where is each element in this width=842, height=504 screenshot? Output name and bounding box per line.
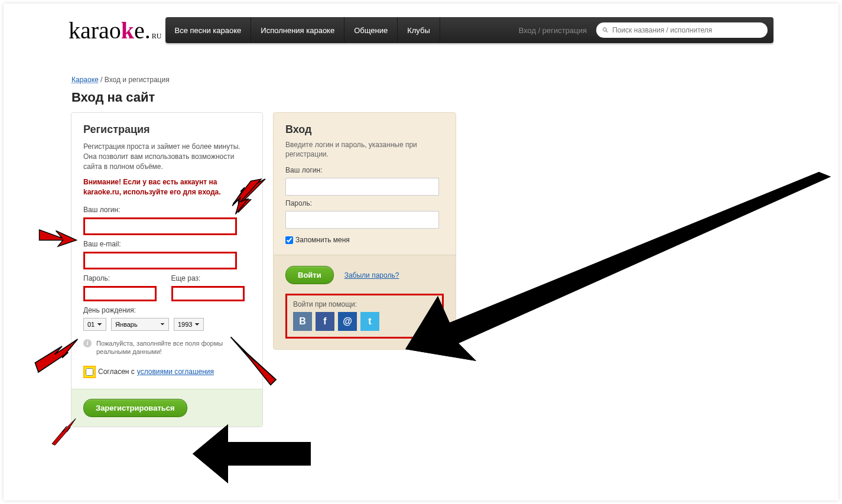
reg-email-label: Ваш e-mail: bbox=[83, 240, 251, 248]
remember-checkbox[interactable] bbox=[285, 236, 293, 244]
login-login-label: Ваш логин: bbox=[285, 166, 444, 174]
agree-checkbox[interactable] bbox=[86, 368, 93, 376]
vk-icon[interactable]: B bbox=[293, 312, 312, 331]
twitter-icon[interactable]: t bbox=[360, 312, 379, 331]
search-icon bbox=[602, 27, 609, 34]
reg-birthday-label: День рождения: bbox=[83, 306, 251, 314]
remember-label: Запомнить меня bbox=[295, 236, 350, 244]
social-login-box: Войти при помощи: B f @ t bbox=[285, 294, 444, 339]
info-icon: i bbox=[83, 339, 92, 347]
logo-text2: e bbox=[134, 17, 145, 44]
registration-title: Регистрация bbox=[83, 123, 251, 136]
login-password-label: Пароль: bbox=[285, 199, 444, 207]
reg-password-input[interactable] bbox=[83, 286, 157, 301]
breadcrumb-root[interactable]: Караоке bbox=[71, 76, 99, 84]
nav-all-songs[interactable]: Все песни караоке bbox=[165, 17, 252, 43]
form-hint: Пожалуйста, заполняйте все поля формы ре… bbox=[96, 339, 251, 356]
reg-login-label: Ваш логин: bbox=[83, 206, 251, 214]
agree-text: Согласен с bbox=[98, 368, 135, 376]
nav-auth[interactable]: Вход / регистрация bbox=[509, 17, 596, 43]
login-password-input[interactable] bbox=[285, 211, 439, 229]
reg-password2-label: Еще раз: bbox=[171, 274, 251, 282]
black-arrow-icon bbox=[193, 424, 311, 485]
facebook-icon[interactable]: f bbox=[316, 312, 334, 331]
search-input[interactable] bbox=[612, 26, 762, 34]
search-box[interactable] bbox=[596, 22, 768, 38]
site-logo[interactable]: karaoke.RU bbox=[69, 17, 162, 44]
logo-text: karao bbox=[69, 17, 121, 44]
forgot-password-link[interactable]: Забыли пароль? bbox=[344, 271, 399, 279]
breadcrumb: Караоке / Вход и регистрация bbox=[71, 76, 170, 84]
breadcrumb-sep: / bbox=[99, 76, 105, 84]
nav-clubs[interactable]: Клубы bbox=[398, 17, 440, 43]
login-login-input[interactable] bbox=[285, 178, 439, 196]
registration-desc: Регистрация проста и займет не более мин… bbox=[83, 142, 251, 171]
agree-link[interactable]: условиями соглашения bbox=[137, 368, 214, 376]
login-title: Вход bbox=[285, 123, 444, 136]
register-button[interactable]: Зарегистрироваться bbox=[83, 399, 187, 417]
login-button[interactable]: Войти bbox=[285, 266, 334, 284]
logo-ru: RU bbox=[152, 32, 162, 41]
reg-day-select[interactable]: 01 bbox=[83, 318, 106, 331]
breadcrumb-current: Вход и регистрация bbox=[105, 76, 170, 84]
page-title: Вход на сайт bbox=[71, 90, 155, 105]
reg-password-label: Пароль: bbox=[83, 274, 163, 282]
black-arrow-icon bbox=[405, 166, 831, 363]
reg-login-input[interactable] bbox=[83, 217, 237, 235]
reg-year-select[interactable]: 1993 bbox=[174, 318, 204, 331]
registration-warning: Внимание! Если у вас есть аккаунт на kar… bbox=[83, 177, 251, 197]
reg-email-input[interactable] bbox=[83, 252, 237, 269]
reg-month-select[interactable]: Январь bbox=[111, 318, 169, 331]
mailru-icon[interactable]: @ bbox=[338, 312, 357, 331]
nav-chat[interactable]: Общение bbox=[344, 17, 398, 43]
login-panel: Вход Введите логин и пароль, указанные п… bbox=[273, 112, 456, 350]
logo-dot: . bbox=[145, 17, 151, 44]
reg-password2-input[interactable] bbox=[171, 286, 245, 301]
logo-accent: k bbox=[121, 17, 134, 44]
nav-performances[interactable]: Исполнения караоке bbox=[251, 17, 344, 43]
social-label: Войти при помощи: bbox=[293, 300, 436, 308]
top-nav: Все песни караоке Исполнения караоке Общ… bbox=[165, 17, 773, 43]
registration-panel: Регистрация Регистрация проста и займет … bbox=[71, 112, 263, 427]
login-desc: Введите логин и пароль, указанные при ре… bbox=[285, 141, 444, 159]
